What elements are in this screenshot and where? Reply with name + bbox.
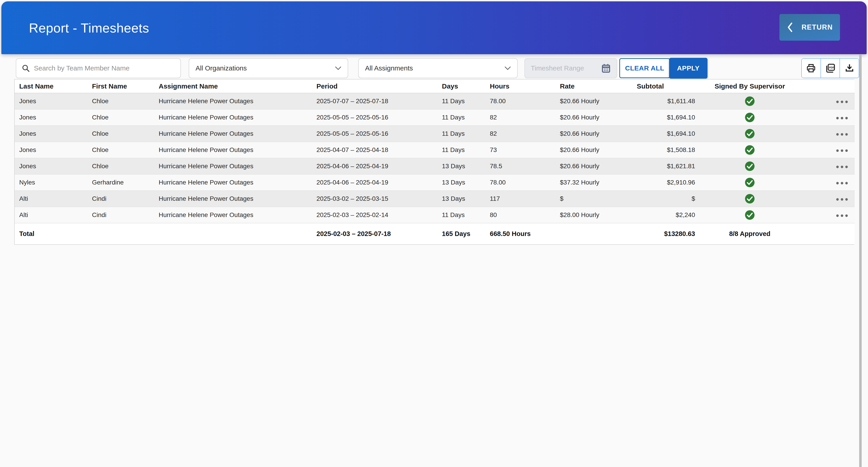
total-row: Total 2025-02-03 – 2025-07-18 165 Days 6… — [15, 223, 855, 244]
col-actions — [800, 79, 855, 93]
total-hours: 668.50 Hours — [485, 223, 555, 244]
row-actions-button[interactable] — [836, 182, 848, 185]
col-rate: Rate — [555, 79, 632, 93]
total-approved: 8/8 Approved — [700, 223, 800, 244]
chevron-down-icon — [504, 66, 511, 70]
assignment-cell: Hurricane Helene Power Outages — [154, 109, 312, 126]
timesheets-table: Last Name First Name Assignment Name Per… — [15, 79, 855, 244]
signed-cell — [700, 142, 800, 158]
subtotal-cell: $2,910.96 — [632, 174, 700, 191]
organizations-select-value: All Organizations — [195, 64, 247, 72]
rate-cell: $20.66 Hourly — [555, 93, 632, 109]
row-actions-button[interactable] — [836, 166, 848, 168]
row-actions-button[interactable] — [836, 100, 848, 103]
rate-cell: $20.66 Hourly — [555, 126, 632, 142]
col-hours: Hours — [485, 79, 555, 93]
signed-cell — [700, 207, 800, 223]
hours-cell: 73 — [485, 142, 555, 158]
total-subtotal: $13280.63 — [632, 223, 700, 244]
days-cell: 11 Days — [437, 93, 485, 109]
assignments-select-value: All Assignments — [365, 64, 413, 72]
row-actions-button[interactable] — [836, 133, 848, 136]
download-button[interactable] — [839, 59, 859, 78]
calendar-icon — [601, 63, 611, 73]
total-label: Total — [15, 223, 88, 244]
print-icon — [806, 63, 816, 73]
assignments-select[interactable]: All Assignments — [358, 58, 518, 78]
timesheets-table-container: Last Name First Name Assignment Name Per… — [14, 79, 854, 245]
hours-cell: 82 — [485, 126, 555, 142]
hours-cell: 78.00 — [485, 174, 555, 191]
subtotal-cell: $1,694.10 — [632, 126, 700, 142]
period-cell: 2025-04-06 – 2025-04-19 — [312, 158, 437, 174]
assignment-cell: Hurricane Helene Power Outages — [154, 126, 312, 142]
clear-all-button[interactable]: CLEAR ALL — [619, 58, 670, 78]
approved-check-icon — [745, 96, 755, 106]
last-name-cell: Jones — [15, 109, 88, 126]
hours-cell: 82 — [485, 109, 555, 126]
return-button[interactable]: RETURN — [779, 14, 840, 41]
export-pdf-icon: PDF — [825, 63, 836, 73]
row-actions-button[interactable] — [836, 214, 848, 217]
rate-cell: $20.66 Hourly — [555, 158, 632, 174]
timesheet-row: Jones Chloe Hurricane Helene Power Outag… — [15, 158, 855, 174]
apply-button[interactable]: APPLY — [669, 58, 708, 78]
subtotal-cell: $1,621.81 — [632, 158, 700, 174]
approved-check-icon — [745, 145, 755, 155]
export-pdf-button[interactable]: PDF — [820, 59, 840, 78]
col-signed-by-supervisor: Signed By Supervisor — [700, 79, 800, 93]
hours-cell: 80 — [485, 207, 555, 223]
first-name-cell: Chloe — [88, 93, 154, 109]
timesheet-row: Jones Chloe Hurricane Helene Power Outag… — [15, 109, 855, 126]
first-name-cell: Chloe — [88, 142, 154, 158]
rate-cell: $20.66 Hourly — [555, 142, 632, 158]
period-cell: 2025-02-03 – 2025-02-14 — [312, 207, 437, 223]
col-first-name: First Name — [88, 79, 154, 93]
row-actions-button[interactable] — [836, 149, 848, 152]
row-actions-button[interactable] — [836, 198, 848, 201]
last-name-cell: Jones — [15, 93, 88, 109]
subtotal-cell: $ — [632, 191, 700, 207]
timesheet-row: Jones Chloe Hurricane Helene Power Outag… — [15, 93, 855, 109]
download-icon — [844, 63, 855, 73]
period-cell: 2025-07-07 – 2025-07-18 — [312, 93, 437, 109]
subtotal-cell: $1,508.18 — [632, 142, 700, 158]
days-cell: 11 Days — [437, 109, 485, 126]
row-actions-cell — [800, 158, 855, 174]
print-button[interactable] — [802, 59, 820, 78]
hours-cell: 117 — [485, 191, 555, 207]
search-input[interactable] — [34, 64, 175, 72]
approved-check-icon — [745, 194, 755, 204]
col-assignment: Assignment Name — [154, 79, 312, 93]
period-cell: 2025-04-07 – 2025-04-18 — [312, 142, 437, 158]
app-header: Report - Timesheets RETURN — [1, 1, 867, 54]
signed-cell — [700, 174, 800, 191]
assignment-cell: Hurricane Helene Power Outages — [154, 207, 312, 223]
approved-check-icon — [745, 177, 755, 188]
rate-cell: $28.00 Hourly — [555, 207, 632, 223]
subtotal-cell: $1,611.48 — [632, 93, 700, 109]
organizations-select[interactable]: All Organizations — [189, 58, 348, 78]
days-cell: 11 Days — [437, 126, 485, 142]
row-actions-button[interactable] — [836, 117, 848, 120]
days-cell: 13 Days — [437, 174, 485, 191]
row-actions-cell — [800, 142, 855, 158]
vertical-scrollbar[interactable] — [859, 55, 862, 467]
period-cell: 2025-05-05 – 2025-05-16 — [312, 109, 437, 126]
chevron-down-icon — [335, 66, 341, 70]
last-name-cell: Jones — [15, 126, 88, 142]
chevron-left-icon — [786, 22, 794, 33]
search-box[interactable] — [16, 58, 181, 78]
row-actions-cell — [800, 126, 855, 142]
page-title: Report - Timesheets — [29, 20, 149, 35]
row-actions-cell — [800, 93, 855, 109]
timesheet-range-input[interactable] — [531, 64, 594, 72]
timesheet-range-field[interactable] — [524, 58, 617, 78]
first-name-cell: Chloe — [88, 158, 154, 174]
table-header-row: Last Name First Name Assignment Name Per… — [15, 79, 855, 93]
approved-check-icon — [745, 210, 755, 220]
rate-cell: $ — [555, 191, 632, 207]
row-actions-cell — [800, 191, 855, 207]
period-cell: 2025-03-02 – 2025-03-15 — [312, 191, 437, 207]
days-cell: 13 Days — [437, 158, 485, 174]
